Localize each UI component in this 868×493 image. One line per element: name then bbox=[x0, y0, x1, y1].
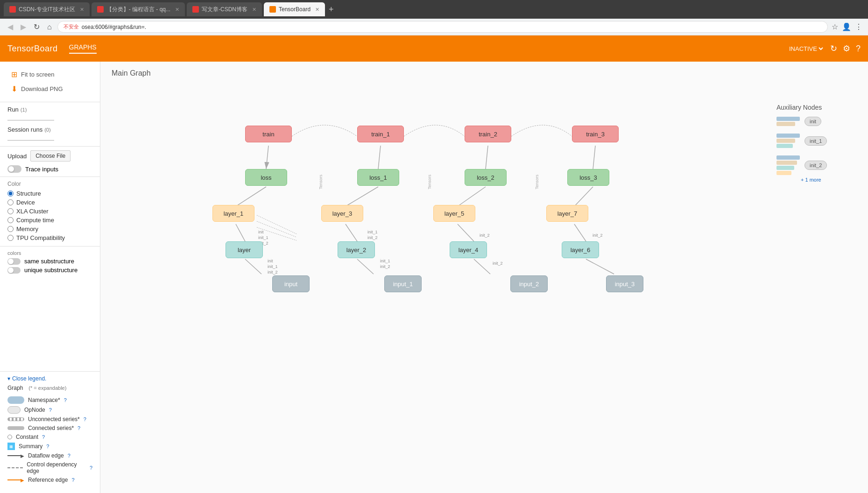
node-input-3[interactable]: input_3 bbox=[606, 275, 643, 292]
same-substructure-toggle bbox=[7, 258, 21, 265]
bookmark-icon[interactable]: ☆ bbox=[832, 22, 838, 31]
tab-close-2[interactable]: ✕ bbox=[175, 7, 179, 13]
tab-csdn2[interactable]: 【分类】- 编程语言 - qq... ✕ bbox=[92, 2, 185, 16]
radio-compute[interactable] bbox=[7, 217, 14, 223]
node-layer-6[interactable]: layer_6 bbox=[562, 241, 599, 258]
url-bar[interactable]: 不安全 osea:6006/#graphs&run=. bbox=[57, 21, 828, 33]
reload-button[interactable]: ↻ bbox=[32, 21, 42, 33]
svg-line-8 bbox=[236, 224, 245, 241]
node-layer[interactable]: layer bbox=[226, 241, 263, 258]
legend-control: Control dependency edge ? bbox=[7, 461, 92, 474]
back-button[interactable]: ◀ bbox=[6, 21, 15, 33]
home-button[interactable]: ⌂ bbox=[45, 21, 54, 33]
tab-close-3[interactable]: ✕ bbox=[252, 7, 256, 13]
help-icon[interactable]: ? bbox=[856, 44, 861, 54]
node-loss[interactable]: loss bbox=[245, 169, 287, 186]
toggle-knob bbox=[8, 166, 14, 172]
legend-connected: Connected series* ? bbox=[7, 425, 92, 431]
node-loss-1[interactable]: loss_1 bbox=[357, 169, 399, 186]
legend-constant-label: Constant bbox=[16, 434, 38, 440]
divider-3 bbox=[0, 176, 100, 177]
namespace-icon bbox=[7, 396, 24, 404]
run-status-select[interactable]: INACTIVE bbox=[787, 45, 825, 53]
init-label-teal-6: init_2 bbox=[493, 261, 503, 266]
trace-inputs-toggle[interactable] bbox=[7, 165, 21, 173]
color-structure[interactable]: Structure bbox=[7, 189, 92, 198]
color-compute[interactable]: Compute time bbox=[7, 216, 92, 225]
close-legend-button[interactable]: ▾ Close legend. bbox=[7, 375, 92, 382]
node-train-1[interactable]: train_1 bbox=[357, 126, 404, 142]
svg-line-6 bbox=[458, 187, 486, 206]
color-xla[interactable]: XLA Cluster bbox=[7, 207, 92, 216]
node-layer-4[interactable]: layer_4 bbox=[450, 241, 487, 258]
connected-help[interactable]: ? bbox=[78, 425, 80, 431]
tab-tensorboard[interactable]: TensorBoard ✕ bbox=[264, 2, 325, 16]
node-loss-3[interactable]: loss_3 bbox=[567, 169, 609, 186]
same-substructure-row: same substructure bbox=[7, 258, 92, 265]
profile-icon[interactable]: 👤 bbox=[842, 22, 851, 31]
colors-visual-label: colors bbox=[7, 250, 92, 256]
namespace-help[interactable]: ? bbox=[64, 397, 67, 403]
reference-help[interactable]: ? bbox=[71, 477, 74, 483]
radio-device[interactable] bbox=[7, 199, 14, 205]
node-layer-5[interactable]: layer_5 bbox=[433, 205, 475, 222]
forward-button[interactable]: ▶ bbox=[19, 21, 28, 33]
download-png-button[interactable]: ⬇ Download PNG bbox=[7, 82, 92, 96]
color-tpu[interactable]: TPU Compatibility bbox=[7, 233, 92, 242]
menu-icon[interactable]: ⋮ bbox=[855, 22, 862, 31]
node-train[interactable]: train bbox=[245, 126, 292, 142]
legend-namespace: Namespace* ? bbox=[7, 396, 92, 404]
control-help[interactable]: ? bbox=[90, 465, 92, 471]
choose-file-button[interactable]: Choose File bbox=[30, 150, 71, 162]
legend-reference-label: Reference edge bbox=[28, 477, 68, 483]
node-layer-1[interactable]: layer_1 bbox=[212, 205, 254, 222]
color-device[interactable]: Device bbox=[7, 198, 92, 207]
node-train-3[interactable]: train_3 bbox=[572, 126, 619, 142]
fit-to-screen-button[interactable]: ⊞ Fit to screen bbox=[7, 67, 92, 82]
session-input[interactable] bbox=[7, 134, 54, 141]
node-layer-7[interactable]: layer_7 bbox=[546, 205, 588, 222]
nav-graphs[interactable]: GRAPHS bbox=[69, 43, 97, 54]
node-input-1[interactable]: input_1 bbox=[384, 275, 422, 292]
tab-close-1[interactable]: ✕ bbox=[80, 7, 84, 13]
dataflow-help[interactable]: ? bbox=[68, 453, 71, 458]
tab-csdn3[interactable]: 写文章-CSDN博客 ✕ bbox=[187, 2, 262, 16]
tab-close-4[interactable]: ✕ bbox=[315, 7, 319, 13]
node-train-2[interactable]: train_2 bbox=[465, 126, 511, 142]
run-input[interactable] bbox=[7, 113, 54, 120]
aux-bar-layer1 bbox=[776, 122, 795, 126]
svg-line-15 bbox=[586, 259, 614, 274]
refresh-icon[interactable]: ↻ bbox=[830, 43, 837, 54]
tab-csdn1[interactable]: CSDN-专业IT技术社区 ✕ bbox=[4, 2, 90, 16]
tab-favicon-2 bbox=[97, 6, 104, 13]
radio-tpu[interactable] bbox=[7, 235, 14, 241]
svg-line-2 bbox=[486, 146, 488, 169]
graph-canvas[interactable]: train train_1 train_2 train_3 loss loss_… bbox=[100, 81, 868, 490]
init-label-teal-4: init_1 bbox=[380, 259, 390, 263]
node-layer-3[interactable]: layer_3 bbox=[321, 205, 363, 222]
new-tab-button[interactable]: + bbox=[329, 5, 334, 14]
summary-help[interactable]: ? bbox=[46, 444, 49, 449]
node-layer-3-label: layer_3 bbox=[332, 210, 353, 217]
aux-oval-init1[interactable]: init_1 bbox=[804, 136, 827, 146]
url-text: osea:6006/#graphs&run=. bbox=[82, 24, 146, 30]
node-layer-2[interactable]: layer_2 bbox=[338, 241, 375, 258]
constant-help[interactable]: ? bbox=[42, 434, 45, 440]
node-input-2[interactable]: input_2 bbox=[510, 275, 548, 292]
run-count: (1) bbox=[21, 107, 27, 113]
aux-more-label[interactable]: + 1 more bbox=[776, 177, 861, 183]
opnode-help[interactable]: ? bbox=[49, 407, 52, 413]
radio-memory[interactable] bbox=[7, 226, 14, 232]
color-structure-label: Structure bbox=[16, 190, 41, 197]
color-memory[interactable]: Memory bbox=[7, 225, 92, 233]
radio-structure[interactable] bbox=[7, 190, 14, 197]
aux-oval-init2[interactable]: init_2 bbox=[804, 161, 827, 170]
unconnected-help[interactable]: ? bbox=[84, 416, 86, 422]
legend-summary: ▦ Summary ? bbox=[7, 443, 92, 450]
tensorboard-header: TensorBoard GRAPHS INACTIVE ↻ ⚙ ? bbox=[0, 35, 868, 62]
radio-xla[interactable] bbox=[7, 208, 14, 214]
aux-oval-init[interactable]: init bbox=[804, 117, 821, 126]
node-loss-2[interactable]: loss_2 bbox=[465, 169, 507, 186]
node-input[interactable]: input bbox=[272, 275, 310, 292]
settings-icon[interactable]: ⚙ bbox=[843, 43, 850, 54]
